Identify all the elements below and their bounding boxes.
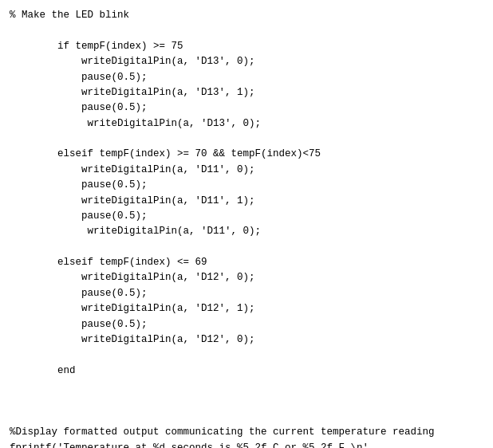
- code-container: % Make the LED blink if tempF(index) >= …: [10, 8, 483, 448]
- code-content: % Make the LED blink if tempF(index) >= …: [10, 8, 483, 448]
